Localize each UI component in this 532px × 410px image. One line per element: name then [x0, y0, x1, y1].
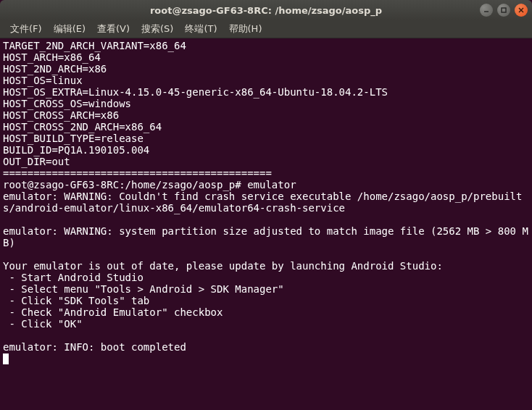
menu-help[interactable]: 帮助(H) [225, 21, 267, 37]
window-controls [480, 4, 528, 17]
maximize-button[interactable] [497, 4, 510, 17]
menu-search[interactable]: 搜索(S) [137, 21, 178, 37]
menu-view[interactable]: 查看(V) [93, 21, 134, 37]
window-title: root@zsago-GF63-8RC: /home/zsago/aosp_p [150, 5, 382, 16]
close-button[interactable] [515, 4, 528, 17]
menu-terminal[interactable]: 终端(T) [180, 21, 221, 37]
svg-rect-1 [502, 8, 506, 12]
close-icon [518, 7, 525, 14]
maximize-icon [500, 7, 507, 14]
titlebar: root@zsago-GF63-8RC: /home/zsago/aosp_p [0, 0, 532, 20]
menu-edit[interactable]: 编辑(E) [49, 21, 90, 37]
cursor [3, 353, 9, 364]
menubar: 文件(F) 编辑(E) 查看(V) 搜索(S) 终端(T) 帮助(H) [0, 20, 532, 38]
minimize-button[interactable] [480, 4, 493, 17]
terminal-output[interactable]: TARGET_2ND_ARCH_VARIANT=x86_64 HOST_ARCH… [0, 38, 532, 410]
menu-file[interactable]: 文件(F) [6, 21, 46, 37]
minimize-icon [483, 7, 490, 14]
